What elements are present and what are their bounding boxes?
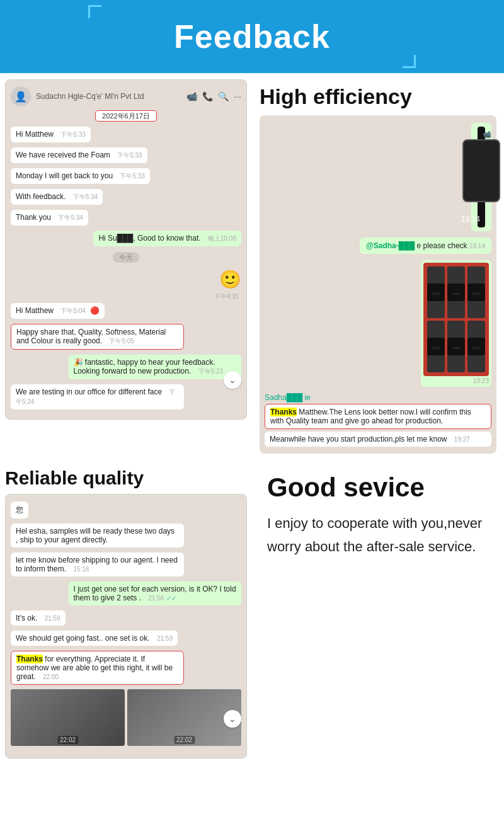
left-chat-panel: 👤 Sudachn Hgle-Cq'e' Ml'n Pvt Ltd 📹 📞 🔍 … xyxy=(0,73,252,460)
chat2-text-c2: We should get going fast.. one set is ok… xyxy=(16,634,150,643)
chat-window-1: 👤 Sudachn Hgle-Cq'e' Ml'n Pvt Ltd 📹 📞 🔍 … xyxy=(5,79,247,420)
chat2-msg-a1: 您 xyxy=(11,501,28,518)
lens-icon-6: ▬ xyxy=(467,338,485,355)
img1-time: 22:02 xyxy=(57,736,78,744)
msg-row-4: With feedback. 下午5:34 xyxy=(11,187,241,207)
msg-reply2-text: 🎉 fantastic, happy to hear your feedback… xyxy=(74,358,215,375)
reliable-quality-title: Reliable quality xyxy=(5,467,247,489)
today-label: 今天 xyxy=(113,252,139,263)
video-icon[interactable]: 📹 xyxy=(186,91,197,101)
msg-row-reply1: Hi Su███, Good to know that. 晚上10:08 xyxy=(11,229,241,248)
good-service-section: Good sevice I enjoy to cooperate with yo… xyxy=(260,466,496,559)
sender-name: Sadha███ ie xyxy=(265,393,491,402)
msg-right-reply1: Hi Su███, Good to know that. 晚上10:08 xyxy=(93,231,241,246)
chat2-row-c1: It's ok. 21:59 xyxy=(11,609,241,627)
msg-left-4: With feedback. 下午5:34 xyxy=(11,189,103,205)
mention-bubble: @Sadha-███ e please check 19:14 xyxy=(360,238,491,254)
msg-text-8: We are testing in our office for differe… xyxy=(16,387,162,396)
product-img-3: ▬ xyxy=(467,266,485,318)
chat2-msg-a3: let me know before shipping to our agent… xyxy=(11,553,184,576)
search-chat-icon[interactable]: 🔍 xyxy=(218,91,229,101)
chat2-time-c1: 21:59 xyxy=(45,615,60,622)
video-bubble: 📹 0:53 19:14 xyxy=(471,123,491,231)
chat2-text-c1: It's ok. xyxy=(16,614,37,622)
lens-icon-2: ▬ xyxy=(447,284,465,301)
chat2-msg-c3: Thanks for everything. Appreciate it. If… xyxy=(11,651,184,685)
msg-time-4: 下午5:34 xyxy=(73,193,98,200)
thanks-text: Matthew.The Lens look better now.I will … xyxy=(270,408,471,425)
msg-left-5: Thank you 下午5:34 xyxy=(11,210,88,226)
chat2-row-a2: Hel esha, samples will be ready these tw… xyxy=(11,522,241,549)
lens-icon-3: ▬ xyxy=(467,284,485,301)
phone-icon[interactable]: 📞 xyxy=(202,91,213,101)
msg-text-5: Thank you xyxy=(16,213,51,222)
scroll-down-button-2[interactable]: ⌄ xyxy=(224,710,241,728)
bottom-images-row: 22:02 22:02 xyxy=(11,689,241,746)
msg-text-2: We have received the Foam xyxy=(16,151,110,159)
msg-time-3: 下午5:33 xyxy=(120,173,144,180)
chat2-row-c2: We should get going fast.. one set is ok… xyxy=(11,629,241,648)
msg-reply-time: 晚上10:08 xyxy=(208,235,236,242)
chat2-msg-c1: It's ok. 21:59 xyxy=(11,610,66,626)
chat2-msg-a2: Hel esha, samples will be ready these tw… xyxy=(11,524,184,547)
product-img-5: ▬ xyxy=(447,321,465,372)
msg-text-6: Hi Matthew xyxy=(16,306,54,315)
msg-time-6: 下午5:04 xyxy=(60,307,85,314)
chat2-time-a3: 15:16 xyxy=(73,566,89,573)
msg-row-reply2: 🎉 fantastic, happy to hear your feedback… xyxy=(11,353,241,381)
msg-reply2-time: 下午5:23 xyxy=(198,368,223,375)
product-img-row: ▬ ▬ ▬ ▬ ▬ ▬ 19:23 xyxy=(265,258,491,389)
msg-time-2: 下午5:33 xyxy=(117,152,142,159)
chat2-msg-c2: We should get going fast.. one set is ok… xyxy=(11,631,178,646)
msg-left-8: We are testing in our office for differe… xyxy=(11,384,184,410)
right-panel-top: High efficiency 📹 0:53 19:14 @Sadha- xyxy=(252,73,504,460)
page-title: Feedback xyxy=(0,18,504,55)
msg-time-5: 下午5:34 xyxy=(58,214,83,221)
good-service-title: Good sevice xyxy=(267,472,489,503)
msg-row-2: We have received the Foam 下午5:33 xyxy=(11,146,241,165)
extra-time: 19:27 xyxy=(454,436,470,443)
chat-action-icons: 📹 📞 🔍 ··· xyxy=(186,91,241,101)
mention-row: @Sadha-███ e please check 19:14 xyxy=(265,235,491,256)
date-badge: 2022年6月17日 xyxy=(11,112,241,121)
chat2-time-c2: 21:59 xyxy=(157,635,173,642)
product-grid-bubble: ▬ ▬ ▬ ▬ ▬ ▬ 19:23 xyxy=(421,260,491,387)
chat2-row-b1: I just get one set for each version, is … xyxy=(11,580,241,607)
mention-time: 19:14 xyxy=(469,243,485,249)
chat-header: 👤 Sudachn Hgle-Cq'e' Ml'n Pvt Ltd 📹 📞 🔍 … xyxy=(11,86,241,106)
chat-window-right: 📹 0:53 19:14 @Sadha-███ e please check 1… xyxy=(260,115,496,454)
scroll-down-button[interactable]: ⌄ xyxy=(224,371,241,389)
product-image-grid: ▬ ▬ ▬ ▬ ▬ ▬ xyxy=(423,263,489,376)
thanks-message: Thanks Matthew.The Lens look better now.… xyxy=(265,404,491,429)
msg-row-8: We are testing in our office for differe… xyxy=(11,382,241,411)
extra-message: Meanwhile have you start production,pls … xyxy=(265,432,491,447)
msg-row-3: Monday I will get back to you 下午5:33 xyxy=(11,166,241,186)
msg-left-3: Monday I will get back to you 下午5:33 xyxy=(11,168,150,184)
lens-icon-4: ▬ xyxy=(427,338,445,355)
chat2-time-c3: 22:00 xyxy=(43,673,59,680)
chat2-thanks-highlight: Thanks xyxy=(16,655,43,663)
msg-row-6: Hi Matthew 下午5:04 🔴 xyxy=(11,301,241,321)
chat2-text-a1: 您 xyxy=(16,505,23,514)
product-grid-time: 19:23 xyxy=(423,377,489,384)
msg-right-reply2: 🎉 fantastic, happy to hear your feedback… xyxy=(69,355,242,379)
mention-text: @Sadha-███ xyxy=(366,241,415,250)
msg-left-6: Hi Matthew 下午5:04 🔴 xyxy=(11,303,105,319)
msg-text-3: Monday I will get back to you xyxy=(16,171,113,180)
img2-time: 22:02 xyxy=(174,736,195,744)
msg-left-2: We have received the Foam 下午5:33 xyxy=(11,147,147,163)
mention-suffix: e please check xyxy=(417,241,467,250)
chat2-text-a2: Hel esha, samples will be ready these tw… xyxy=(16,527,175,544)
product-img-1: ▬ xyxy=(427,266,445,318)
msg-row-7: Happy share that, Quality, Softness, Mat… xyxy=(11,322,241,352)
more-icon[interactable]: ··· xyxy=(234,91,241,101)
page-header: Feedback xyxy=(0,0,504,73)
bottom-img-1: 22:02 xyxy=(11,689,125,746)
good-service-text: I enjoy to cooperate with you,never worr… xyxy=(267,512,489,559)
product-img-6: ▬ xyxy=(467,321,485,372)
chat-avatar: 👤 xyxy=(11,86,31,106)
chat-contact-name: Sudachn Hgle-Cq'e' Ml'n Pvt Ltd xyxy=(36,92,181,101)
product-img-2: ▬ xyxy=(447,266,465,318)
bottom-right-panel: Good sevice I enjoy to cooperate with yo… xyxy=(252,460,504,765)
bottom-left-panel: Reliable quality 您 Hel esha, samples wil… xyxy=(0,460,252,765)
